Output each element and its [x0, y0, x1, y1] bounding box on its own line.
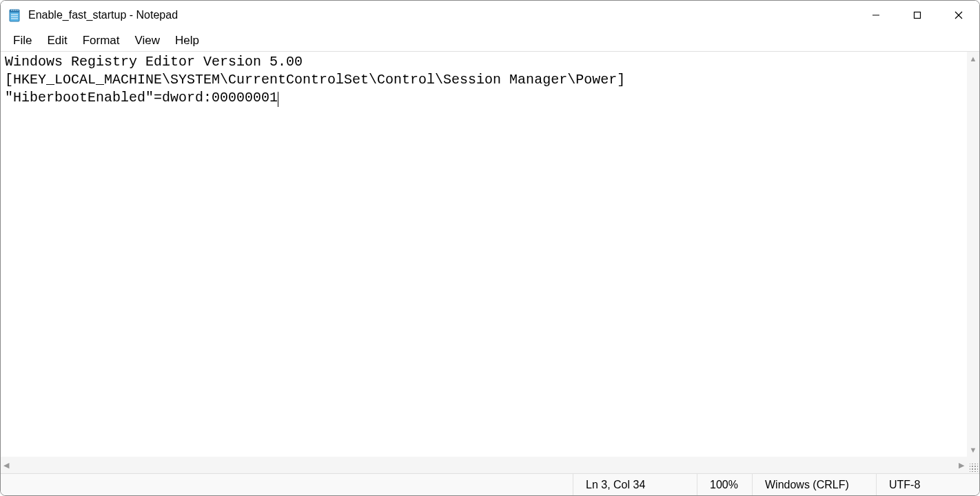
menu-edit[interactable]: Edit [40, 31, 74, 50]
statusbar: Ln 3, Col 34 100% Windows (CRLF) UTF-8 [1, 473, 979, 495]
scroll-down-icon[interactable]: ▼ [967, 443, 979, 457]
svg-point-3 [13, 10, 14, 11]
titlebar[interactable]: Enable_fast_startup - Notepad [1, 1, 979, 30]
maximize-button[interactable] [897, 1, 938, 30]
svg-rect-10 [915, 12, 921, 19]
svg-point-2 [11, 10, 12, 11]
window-title: Enable_fast_startup - Notepad [28, 9, 855, 21]
text-line: Windows Registry Editor Version 5.00 [5, 54, 303, 70]
grip-icon [970, 464, 978, 472]
window-controls [855, 1, 979, 30]
menu-file[interactable]: File [6, 31, 39, 50]
close-button[interactable] [938, 1, 979, 30]
text-editor[interactable]: Windows Registry Editor Version 5.00 [HK… [1, 52, 979, 473]
status-position: Ln 3, Col 34 [573, 474, 697, 495]
text-line: [HKEY_LOCAL_MACHINE\SYSTEM\CurrentContro… [5, 72, 625, 88]
notepad-icon [8, 8, 21, 22]
svg-point-5 [17, 10, 19, 11]
vertical-scrollbar[interactable]: ▲ ▼ [967, 52, 979, 457]
content-wrapper: Windows Registry Editor Version 5.00 [HK… [1, 52, 979, 473]
resize-grip[interactable] [967, 457, 979, 473]
menu-view[interactable]: View [128, 31, 167, 50]
text-line: "HiberbootEnabled"=dword:00000001 [5, 90, 278, 106]
menu-help[interactable]: Help [168, 31, 206, 50]
menubar: File Edit Format View Help [1, 30, 979, 52]
menu-format[interactable]: Format [76, 31, 127, 50]
scroll-left-icon[interactable]: ◀ [1, 458, 12, 473]
text-caret [278, 92, 278, 107]
status-line-ending: Windows (CRLF) [752, 474, 876, 495]
status-spacer [1, 474, 573, 495]
scroll-up-icon[interactable]: ▲ [967, 52, 979, 66]
status-encoding: UTF-8 [876, 474, 979, 495]
minimize-button[interactable] [855, 1, 897, 30]
status-zoom: 100% [697, 474, 752, 495]
scroll-right-icon[interactable]: ▶ [956, 458, 967, 473]
svg-point-4 [15, 10, 17, 11]
horizontal-scrollbar[interactable]: ◀ ▶ [1, 457, 967, 473]
